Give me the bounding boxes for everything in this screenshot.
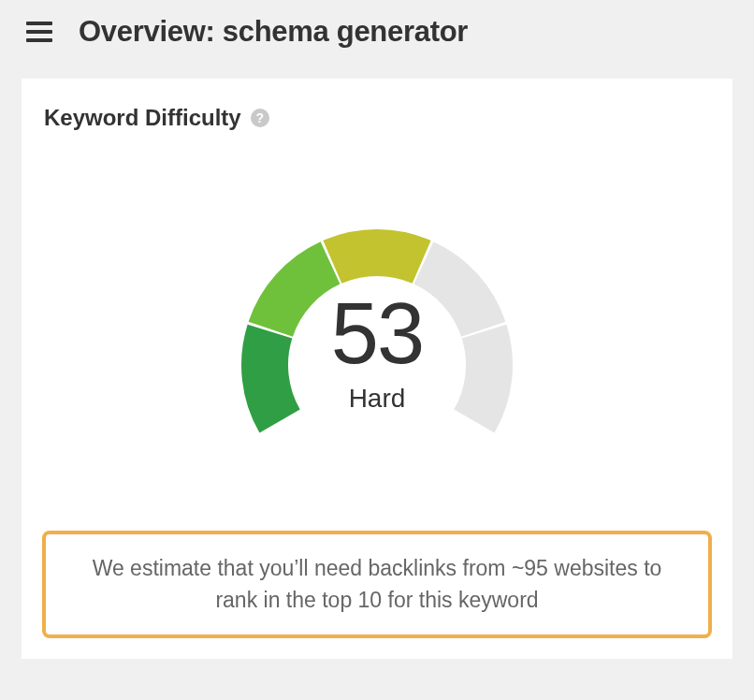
gauge: 53 Hard (44, 187, 710, 449)
keyword-difficulty-card: Keyword Difficulty ? 53 Hard We estimate… (22, 79, 732, 659)
gauge-difficulty-label: Hard (223, 384, 531, 414)
help-icon[interactable]: ? (251, 109, 269, 127)
card-header: Keyword Difficulty ? (44, 105, 710, 131)
menu-icon[interactable] (26, 22, 52, 42)
page-title: Overview: schema generator (79, 15, 468, 49)
page-header: Overview: schema generator (0, 0, 754, 62)
card-title: Keyword Difficulty (44, 105, 241, 131)
gauge-value: 53 (223, 290, 531, 376)
backlink-estimate: We estimate that you’ll need backlinks f… (42, 531, 712, 638)
